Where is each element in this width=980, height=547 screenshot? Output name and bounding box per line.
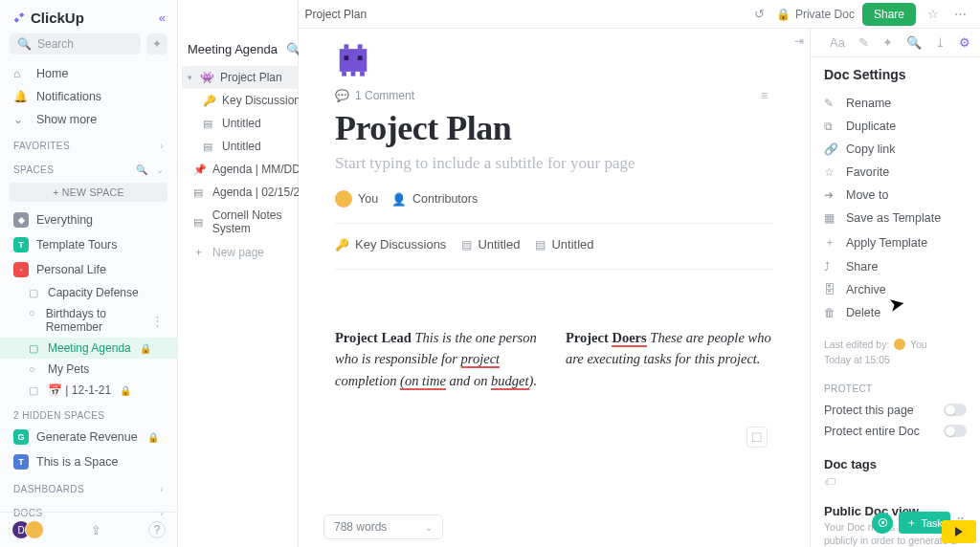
doc-icon: ▢ bbox=[29, 342, 41, 355]
favorites-header[interactable]: FAVORITES› bbox=[0, 131, 177, 155]
hidden-spaces-header[interactable]: 2 HIDDEN SPACES bbox=[0, 401, 177, 425]
protect-doc-toggle[interactable]: Protect entire Doc bbox=[824, 421, 967, 442]
protect-page-toggle[interactable]: Protect this page bbox=[824, 400, 967, 421]
help-icon[interactable]: ? bbox=[148, 521, 166, 538]
space-generate-revenue[interactable]: GGenerate Revenue🔒 bbox=[0, 425, 177, 449]
more-icon[interactable]: ⋯ bbox=[950, 7, 970, 21]
space-this-is-a-space[interactable]: TThis is a Space bbox=[0, 449, 177, 474]
search-icon: 🔍 bbox=[17, 37, 32, 51]
comment-icon[interactable]: 💬 bbox=[335, 89, 349, 102]
trash-icon: 🗑 bbox=[824, 306, 837, 319]
doc-cover-emoji[interactable] bbox=[335, 42, 371, 78]
search-icon[interactable]: 🔍 bbox=[906, 35, 922, 50]
doc-body[interactable]: Project Lead This is the one person who … bbox=[335, 327, 773, 391]
space-everything[interactable]: ◈Everything bbox=[0, 208, 177, 232]
page-icon: ▤ bbox=[461, 238, 472, 252]
font-icon[interactable]: Aa bbox=[830, 35, 845, 50]
export-icon[interactable]: ⤓ bbox=[935, 35, 946, 50]
space-personal-life[interactable]: ◦Personal Life bbox=[0, 257, 177, 282]
chevron-down-icon: ⌄ bbox=[13, 113, 27, 126]
wordcount-dropdown[interactable]: 788 words⌄ bbox=[323, 514, 443, 539]
settings-rename[interactable]: ✎Rename bbox=[824, 92, 967, 115]
settings-delete[interactable]: 🗑Delete bbox=[824, 301, 967, 324]
settings-duplicate[interactable]: ⧉Duplicate bbox=[824, 115, 967, 138]
settings-title: Doc Settings bbox=[824, 67, 967, 82]
list-birthdays[interactable]: ○Birthdays to Remember⋮ bbox=[0, 303, 177, 338]
edit-icon[interactable]: ✎ bbox=[858, 35, 869, 50]
settings-copy-link[interactable]: 🔗Copy link bbox=[824, 138, 967, 161]
settings-archive[interactable]: 🗄Archive bbox=[824, 278, 967, 301]
history-icon[interactable]: ↺ bbox=[750, 7, 768, 21]
dock-icon[interactable]: ⇥ bbox=[794, 34, 804, 48]
author-you[interactable]: You bbox=[335, 190, 378, 208]
list-capacity-defense[interactable]: ▢Capacity Defense bbox=[0, 282, 177, 303]
space-template-tours[interactable]: TTemplate Tours bbox=[0, 232, 177, 257]
contributors-button[interactable]: 👤Contributors bbox=[391, 192, 478, 207]
page-icon: ▤ bbox=[535, 238, 546, 252]
more-icon[interactable]: ⋮ bbox=[151, 314, 164, 328]
chip-untitled[interactable]: ▤Untitled bbox=[461, 237, 520, 252]
settings-favorite[interactable]: ☆Favorite bbox=[824, 161, 967, 184]
settings-share[interactable]: ⤴Share bbox=[824, 255, 967, 278]
subpage-chips: 🔑Key Discussions ▤Untitled ▤Untitled bbox=[335, 237, 773, 270]
add-tag-icon[interactable]: 🏷 bbox=[824, 475, 967, 489]
doc-title[interactable]: Project Plan bbox=[335, 108, 773, 148]
page-icon: ▤ bbox=[203, 118, 216, 130]
template-icon: ▦ bbox=[824, 211, 837, 225]
svg-rect-2 bbox=[358, 44, 363, 49]
doc-subtitle-placeholder[interactable]: Start typing to include a subtitle for y… bbox=[335, 154, 773, 173]
list-icon: ▢ bbox=[29, 287, 41, 299]
nav-notifications[interactable]: 🔔Notifications bbox=[0, 85, 177, 108]
svg-rect-5 bbox=[342, 72, 346, 77]
search-spaces-icon[interactable]: 🔍 bbox=[136, 164, 147, 175]
svg-rect-4 bbox=[358, 55, 363, 60]
settings-move-to[interactable]: ➜Move to bbox=[824, 184, 967, 207]
relations-icon[interactable]: ✦ bbox=[882, 35, 893, 50]
list-icon: ○ bbox=[29, 363, 41, 375]
pencil-icon: ✎ bbox=[824, 97, 837, 110]
chevron-right-icon: › bbox=[160, 484, 164, 494]
toc-icon[interactable]: ≡ bbox=[761, 89, 768, 102]
lock-icon: 🔒 bbox=[147, 432, 159, 443]
ai-button[interactable]: ✦ bbox=[146, 33, 167, 55]
doc-icon: ▢ bbox=[29, 384, 41, 397]
nav-show-more[interactable]: ⌄Show more bbox=[0, 108, 177, 131]
page-icon: ▤ bbox=[193, 186, 207, 199]
lock-icon: 🔒 bbox=[776, 8, 791, 21]
space-avatar: ◦ bbox=[13, 262, 29, 277]
person-icon: 👤 bbox=[391, 192, 407, 207]
chip-untitled[interactable]: ▤Untitled bbox=[535, 237, 593, 252]
new-space-button[interactable]: + NEW SPACE bbox=[10, 183, 167, 202]
star-icon[interactable]: ☆ bbox=[924, 7, 943, 21]
settings-save-template[interactable]: ▦Save as Template bbox=[824, 207, 967, 230]
dashboards-header[interactable]: DASHBOARDS› bbox=[0, 474, 177, 498]
move-icon: ➜ bbox=[824, 188, 837, 202]
add-block-button[interactable]: ☐ bbox=[746, 427, 768, 448]
space-avatar: T bbox=[13, 237, 29, 252]
comment-count[interactable]: 1 Comment bbox=[355, 89, 414, 102]
invite-icon[interactable]: ⇪ bbox=[91, 523, 101, 537]
chip-key-discussions[interactable]: 🔑Key Discussions bbox=[335, 237, 446, 252]
gear-icon[interactable]: ⚙ bbox=[959, 35, 970, 50]
key-icon: 🔑 bbox=[335, 238, 349, 252]
private-doc-indicator[interactable]: 🔒Private Doc bbox=[776, 8, 855, 21]
list-date[interactable]: ▢📅 | 12-1-21🔒 bbox=[0, 380, 177, 401]
share-button[interactable]: Share bbox=[862, 3, 916, 26]
global-search[interactable]: 🔍 Search bbox=[10, 33, 141, 55]
svg-rect-7 bbox=[360, 72, 365, 77]
list-my-pets[interactable]: ○My Pets bbox=[0, 359, 177, 380]
app-logo[interactable]: ClickUp bbox=[11, 10, 84, 26]
svg-rect-3 bbox=[345, 55, 349, 60]
record-button[interactable]: ⦿ bbox=[872, 513, 893, 534]
plus-icon: ＋ bbox=[193, 245, 207, 259]
doc-meeting-agenda[interactable]: ▢Meeting Agenda🔒 bbox=[0, 338, 177, 359]
spaces-header[interactable]: SPACES🔍⌄ bbox=[0, 155, 177, 179]
settings-apply-template[interactable]: ＋Apply Template bbox=[824, 230, 967, 255]
breadcrumb-doc[interactable]: Project Plan bbox=[304, 8, 367, 21]
collapse-sidebar-icon[interactable]: « bbox=[159, 11, 166, 25]
home-icon: ⌂ bbox=[13, 67, 27, 80]
user-avatars[interactable]: D bbox=[11, 520, 44, 539]
video-play-badge[interactable] bbox=[942, 520, 976, 543]
protect-header: PROTECT bbox=[824, 383, 967, 394]
nav-home[interactable]: ⌂Home bbox=[0, 62, 177, 85]
